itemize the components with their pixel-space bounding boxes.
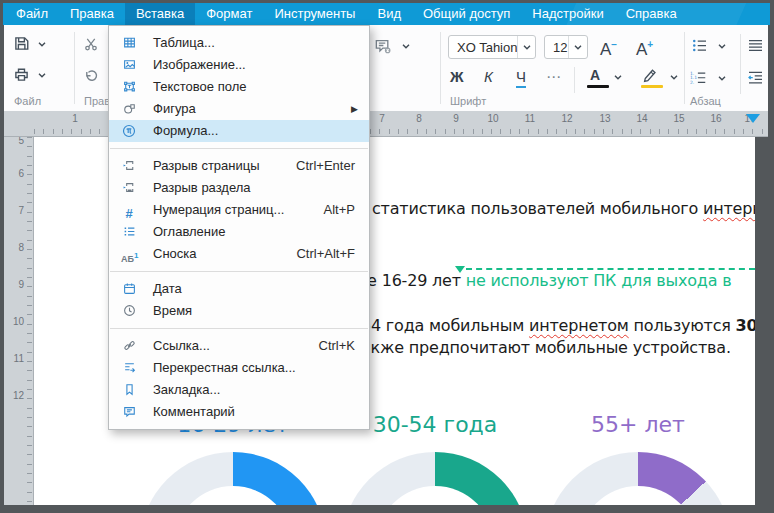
menu-tools[interactable]: Инструменты	[263, 3, 366, 25]
menu-separator	[110, 271, 368, 272]
justify-button[interactable]	[748, 38, 763, 53]
font-size-select[interactable]: 12	[544, 35, 588, 59]
menu-item-table[interactable]: Таблица...	[109, 32, 369, 54]
menu-file[interactable]: Файл	[5, 3, 59, 25]
menu-item-text-box[interactable]: Текстовое поле	[109, 76, 369, 98]
font-size-value: 12	[545, 40, 568, 55]
menu-share[interactable]: Общий доступ	[412, 3, 521, 25]
toolbar-separator	[574, 67, 575, 93]
ruler-number: 1	[72, 113, 78, 124]
font-color-button[interactable]: A	[590, 67, 600, 83]
ruler-number: 9	[453, 113, 459, 124]
table-icon	[121, 36, 137, 50]
delete-comment-button[interactable]	[374, 38, 392, 54]
menu-item-comment[interactable]: Комментарий	[109, 401, 369, 423]
paragraph-group-label: Абзац	[690, 95, 721, 107]
menu-item-cross-reference[interactable]: Перекрестная ссылка...	[109, 357, 369, 379]
chart-label-55plus: 55+ лет	[553, 412, 723, 437]
print-dropdown-chevron[interactable]	[38, 73, 46, 78]
font-color-chevron[interactable]	[614, 75, 622, 80]
numbered-list-button[interactable]: 1.1.12.	[690, 70, 706, 85]
ruler-number: 6	[18, 168, 24, 179]
decrease-font-size-button[interactable]: A−	[600, 37, 617, 58]
font-color-swatch	[587, 85, 609, 88]
save-dropdown-chevron[interactable]	[38, 42, 46, 47]
ruler-number: 13	[599, 113, 610, 124]
vertical-ruler: 5 6 7 8 9 10 11 12	[4, 137, 34, 505]
ruler-number: 10	[13, 316, 24, 327]
more-font-options-button[interactable]: ⋯	[546, 69, 561, 85]
menu-item-page-numbering[interactable]: # Нумерация страниц... Alt+P	[109, 199, 369, 221]
menu-insert[interactable]: Вставка	[125, 3, 195, 25]
menu-bar: Файл Правка Вставка Формат Инструменты В…	[3, 3, 770, 25]
underline-button[interactable]: Ч	[516, 69, 526, 88]
increase-font-size-button[interactable]: A+	[636, 37, 653, 58]
menu-item-formula[interactable]: Формула...	[109, 120, 369, 142]
ruler-number: 11	[14, 353, 24, 364]
bullet-list-icon	[692, 38, 707, 53]
menu-item-shape[interactable]: Фигура ▶	[109, 98, 369, 120]
toolbar-separator	[74, 32, 75, 104]
menu-help[interactable]: Справка	[615, 3, 688, 25]
font-size-chevron[interactable]	[568, 36, 587, 58]
ruler-number: 14	[636, 113, 647, 124]
bullet-list-button[interactable]	[692, 38, 707, 53]
link-icon	[121, 339, 137, 353]
highlight-chevron[interactable]	[670, 75, 678, 80]
document-text-line: акже предпочитают мобильные устройства.	[361, 338, 731, 357]
cut-button[interactable]	[84, 37, 98, 51]
tracked-change-line	[466, 268, 755, 270]
menu-separator	[110, 148, 368, 149]
undo-button[interactable]	[84, 69, 98, 83]
save-button[interactable]	[14, 36, 29, 51]
menu-item-toc[interactable]: Оглавление	[109, 221, 369, 243]
comment-icon	[121, 405, 137, 419]
bold-button[interactable]: Ж	[450, 69, 464, 85]
menu-addons[interactable]: Надстройки	[521, 3, 614, 25]
font-name-select[interactable]: XO Tahion	[448, 35, 536, 59]
review-dropdown-chevron[interactable]	[402, 44, 410, 49]
highlight-button[interactable]	[641, 67, 657, 83]
menu-item-footnote[interactable]: АБ1 Сноска Ctrl+Alt+F	[109, 243, 369, 265]
bullet-list-chevron[interactable]	[718, 44, 726, 49]
misspelled-word: интернета	[703, 199, 755, 218]
print-button[interactable]	[14, 67, 29, 82]
bold-statistic: 30%.	[736, 316, 755, 335]
page-number-icon: #	[121, 203, 137, 217]
highlight-color-swatch	[641, 85, 663, 88]
section-break-icon	[121, 181, 137, 195]
menu-item-time[interactable]: Время	[109, 300, 369, 322]
ruler-number: 11	[525, 113, 535, 124]
page-break-icon	[121, 159, 137, 173]
ruler-number: 16	[710, 113, 721, 124]
formula-icon	[121, 124, 137, 138]
cross-reference-icon	[121, 361, 137, 375]
menu-edit[interactable]: Правка	[59, 3, 125, 25]
ruler-number: 7	[379, 113, 385, 124]
toolbar-separator	[684, 32, 685, 104]
donut-chart-16-29	[140, 452, 326, 505]
toolbar-separator	[740, 34, 741, 94]
menu-item-image[interactable]: Изображение...	[109, 54, 369, 76]
svg-text:2.: 2.	[690, 80, 694, 85]
menu-item-link[interactable]: Ссылка... Ctrl+K	[109, 335, 369, 357]
menu-item-page-break[interactable]: Разрыв страницы Ctrl+Enter	[109, 155, 369, 177]
font-name-chevron[interactable]	[517, 36, 536, 58]
numbered-list-chevron[interactable]	[718, 76, 726, 81]
indent-marker[interactable]	[746, 114, 760, 123]
menu-view[interactable]: Вид	[366, 3, 412, 25]
donut-chart-55plus	[545, 452, 731, 505]
menu-item-section-break[interactable]: Разрыв раздела	[109, 177, 369, 199]
donut-hole	[174, 486, 292, 505]
justify-icon	[748, 38, 763, 53]
menu-format[interactable]: Формат	[195, 3, 263, 25]
menu-item-date[interactable]: Дата	[109, 278, 369, 300]
ruler-ticks	[27, 137, 32, 505]
footnote-icon: АБ1	[121, 247, 137, 261]
menu-item-bookmark[interactable]: Закладка...	[109, 379, 369, 401]
toolbar-separator	[440, 32, 441, 104]
italic-button[interactable]: К	[484, 69, 493, 85]
decrease-indent-button[interactable]	[748, 70, 763, 85]
document-text-line: статистика пользователей мобильного инте…	[372, 199, 755, 218]
shape-icon	[121, 102, 137, 116]
